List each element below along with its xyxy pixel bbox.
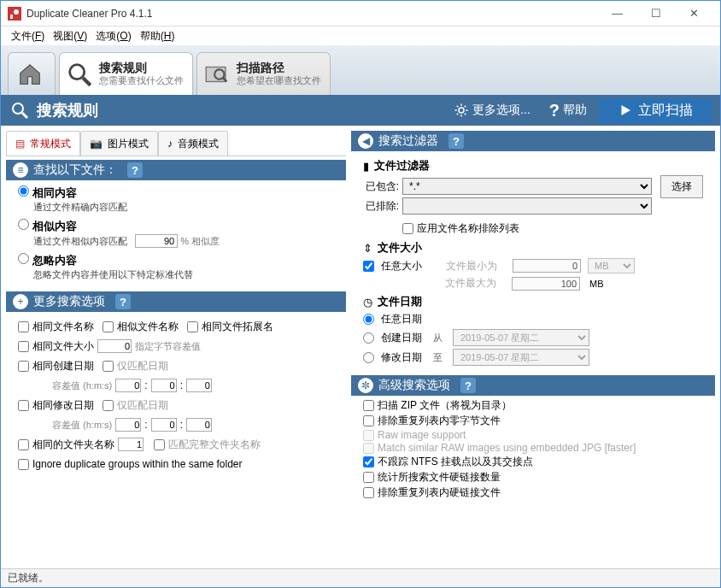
svg-line-4	[83, 78, 91, 85]
home-icon	[17, 62, 43, 87]
scan-now-button[interactable]: 立即扫描	[599, 98, 712, 123]
menu-view[interactable]: 视图(V)	[53, 29, 87, 44]
window-title: Duplicate Cleaner Pro 4.1.1	[26, 8, 598, 20]
max-size-input	[512, 277, 580, 291]
gear-icon: ✼	[358, 378, 373, 393]
min-size-input	[513, 259, 581, 273]
app-icon	[8, 7, 21, 21]
tab-image-mode[interactable]: 📷 图片模式	[80, 131, 158, 156]
svg-point-3	[70, 64, 85, 79]
close-button[interactable]: ✕	[675, 2, 713, 26]
radio-same-content[interactable]	[18, 185, 29, 197]
modified-h[interactable]	[115, 418, 141, 432]
chk-similar-name[interactable]	[103, 321, 114, 332]
magnifier-icon	[9, 100, 30, 121]
camera-icon: 📷	[90, 138, 103, 150]
folder-depth[interactable]	[118, 438, 144, 451]
radio-ignore-content[interactable]	[18, 253, 29, 264]
chk-same-folder[interactable]	[18, 439, 29, 450]
radio-similar-content[interactable]	[18, 219, 29, 230]
magnifier-icon	[65, 60, 94, 89]
help-icon[interactable]: ?	[448, 133, 464, 149]
find-section-header: ≡ 查找以下文件： ?	[6, 160, 346, 180]
chk-apply-exclude[interactable]	[402, 223, 413, 234]
tab-audio-mode[interactable]: ♪ 音频模式	[158, 131, 228, 156]
tab-home[interactable]	[8, 52, 56, 95]
list-icon: ≡	[13, 162, 28, 178]
min-size-unit: MB	[588, 258, 635, 273]
modified-to-date: 2019-05-07 星期二	[453, 349, 589, 366]
chk-hardlink-count[interactable]	[363, 472, 374, 483]
chk-ignore-groups[interactable]	[18, 459, 29, 470]
chk-full-folder[interactable]	[154, 439, 165, 450]
svg-point-1	[14, 9, 19, 15]
help-icon[interactable]: ?	[115, 294, 131, 309]
chevron-left-icon: ◀	[358, 133, 373, 149]
chk-same-ext[interactable]	[187, 321, 198, 332]
more-section-header: + 更多搜索选项 ?	[6, 291, 346, 312]
chk-only-date-2[interactable]	[103, 400, 114, 411]
more-options-link[interactable]: 更多选项...	[447, 103, 537, 118]
gear-icon	[454, 103, 469, 118]
adv-section-header: ✼ 高级搜索选项 ?	[351, 375, 715, 396]
minimize-button[interactable]: —	[598, 2, 636, 26]
svg-point-10	[459, 108, 464, 113]
help-icon[interactable]: ?	[460, 378, 476, 393]
created-from-date: 2019-05-07 星期二	[453, 329, 589, 346]
pick-filter-button[interactable]: 选择	[660, 175, 703, 198]
maximize-button[interactable]: ☐	[636, 2, 675, 26]
created-h[interactable]	[115, 379, 141, 392]
svg-rect-2	[10, 15, 13, 19]
radio-any-date[interactable]	[363, 314, 374, 325]
chk-ntfs[interactable]	[363, 456, 374, 467]
filter-section-header: ◀ 搜索过滤器 ?	[351, 131, 715, 151]
help-icon[interactable]: ?	[127, 162, 143, 178]
created-s[interactable]	[186, 379, 212, 392]
status-bar: 已就绪。	[1, 568, 720, 587]
menu-options[interactable]: 选项(O)	[96, 29, 131, 44]
chk-same-created[interactable]	[18, 361, 29, 372]
tab-scan-path[interactable]: 扫描路径 您希望在哪查找文件	[196, 52, 331, 95]
modified-s[interactable]	[186, 418, 212, 432]
chk-zero-byte[interactable]	[363, 415, 374, 426]
menu-file[interactable]: 文件(F)	[11, 29, 44, 44]
chk-raw	[363, 430, 374, 441]
tab-search-sub: 您需要查找什么文件	[99, 75, 184, 86]
exclude-filter[interactable]	[402, 197, 652, 215]
svg-line-9	[22, 113, 27, 118]
chk-only-date-1[interactable]	[103, 361, 114, 372]
chk-same-modified[interactable]	[18, 400, 29, 411]
tab-normal-mode[interactable]: ▤ 常规模式	[6, 131, 80, 156]
similarity-input[interactable]	[135, 234, 178, 248]
tab-search-rules[interactable]: 搜索规则 您需要查找什么文件	[59, 52, 193, 95]
question-icon: ?	[549, 101, 560, 121]
created-m[interactable]	[151, 379, 177, 392]
play-icon	[618, 103, 633, 118]
page-title: 搜索规则	[37, 100, 98, 121]
modified-m[interactable]	[151, 418, 177, 432]
chk-same-name[interactable]	[18, 321, 29, 332]
chk-zip[interactable]	[363, 400, 374, 411]
plus-icon: +	[13, 294, 28, 309]
document-icon: ▮	[363, 160, 369, 173]
radio-modified-date[interactable]	[363, 352, 374, 363]
svg-point-8	[13, 103, 23, 114]
tab-search-title: 搜索规则	[99, 62, 184, 74]
svg-rect-5	[206, 67, 226, 81]
chk-same-size[interactable]	[18, 341, 29, 352]
chk-any-size[interactable]	[363, 261, 374, 272]
folder-search-icon	[202, 60, 232, 89]
include-filter[interactable]: *.*	[402, 178, 652, 195]
radio-created-date[interactable]	[363, 332, 374, 344]
tab-scanpath-sub: 您希望在哪查找文件	[237, 75, 321, 86]
size-tolerance-input[interactable]	[97, 339, 132, 353]
menu-help[interactable]: 帮助(H)	[140, 29, 175, 44]
document-icon: ▤	[15, 138, 25, 150]
help-link[interactable]: ? 帮助	[542, 101, 594, 121]
chk-hardlink-exclude[interactable]	[363, 487, 374, 498]
tab-scanpath-title: 扫描路径	[237, 62, 321, 74]
music-note-icon: ♪	[167, 138, 173, 150]
resize-icon: ⇕	[363, 242, 372, 255]
chk-raw-jpg	[363, 443, 374, 454]
clock-icon: ◷	[363, 296, 372, 309]
